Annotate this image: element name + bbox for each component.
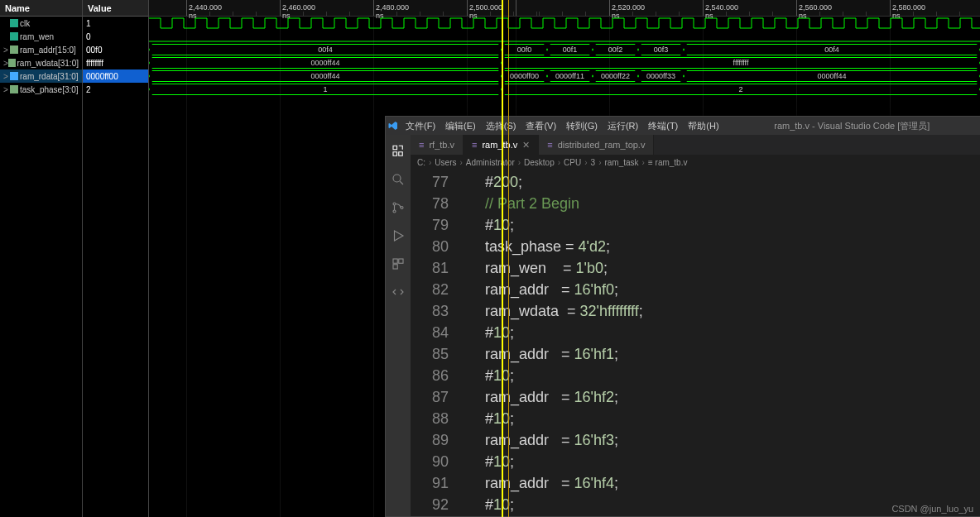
line-number: 86	[411, 365, 449, 386]
search-icon[interactable]	[390, 171, 406, 188]
chevron-right-icon: ›	[558, 158, 560, 167]
name-column-header: Name	[0, 0, 82, 17]
code-line[interactable]: #10;	[460, 214, 980, 236]
code-line[interactable]: // Part 2 Begin	[460, 193, 980, 214]
line-number: 88	[411, 408, 449, 429]
signal-type-icon	[10, 85, 18, 93]
chevron-right-icon: ›	[518, 158, 521, 167]
signal-type-icon	[10, 45, 18, 54]
code-line[interactable]: ram_wdata = 32'hffffffff;	[460, 300, 980, 322]
editor-tabs: ≡rf_tb.v≡ram_tb.v✕≡distributed_ram_top.v	[411, 135, 980, 155]
bus-segment: 0000ff44	[149, 57, 502, 69]
code-source[interactable]: #200; // Part 2 Begin #10; task_phase = …	[460, 170, 980, 516]
signal-row[interactable]: >ram_addr[15:0]	[0, 43, 82, 56]
line-number: 77	[411, 171, 449, 193]
menu-item[interactable]: 查看(V)	[521, 120, 561, 132]
breadcrumb[interactable]: C:›Users›Administrator›Desktop›CPU›3›ram…	[411, 155, 980, 170]
breadcrumb-item[interactable]: CPU	[564, 158, 581, 167]
code-line[interactable]: #200;	[460, 171, 980, 193]
code-line[interactable]: ram_wen = 1'b0;	[460, 257, 980, 279]
time-ruler[interactable]: 2,440.000 ns2,460.000 ns2,480.000 ns2,50…	[149, 0, 980, 17]
svg-point-0	[393, 175, 401, 182]
activity-bar	[386, 135, 411, 516]
line-number: 92	[411, 494, 449, 515]
line-number: 93	[411, 515, 449, 516]
line-number: 87	[411, 386, 449, 408]
code-line[interactable]: ram_addr = 16'hf2;	[460, 386, 980, 408]
wave-ram-addr: 00f400f000f100f200f300f4	[149, 43, 980, 56]
line-number: 84	[411, 322, 449, 343]
run-debug-icon[interactable]	[390, 227, 406, 244]
code-line[interactable]: #10;	[460, 451, 980, 472]
svg-rect-4	[393, 259, 397, 263]
line-number-gutter: 7778798081828384858687888990919293	[411, 170, 460, 516]
code-line[interactable]: ram_addr = 16'hf4;	[460, 472, 980, 494]
explorer-icon[interactable]	[390, 143, 406, 160]
bus-segment: ffffffff	[502, 57, 980, 69]
editor-tab[interactable]: ≡distributed_ram_top.v	[539, 135, 654, 155]
close-icon[interactable]: ✕	[522, 140, 530, 151]
menu-item[interactable]: 帮助(H)	[683, 120, 723, 132]
signal-row[interactable]: >ram_wdata[31:0]	[0, 56, 82, 69]
code-line[interactable]: ram_addr = 16'hf1;	[460, 343, 980, 365]
signal-row[interactable]: ram_wen	[0, 30, 82, 43]
watermark: CSDN @jun_luo_yu	[891, 504, 973, 514]
bus-segment: 00f4	[684, 44, 980, 55]
wave-ram-wdata: 0000ff44ffffffff	[149, 56, 980, 69]
line-number: 79	[411, 214, 449, 236]
breadcrumb-item[interactable]: Desktop	[524, 158, 555, 167]
signal-type-icon	[10, 72, 18, 80]
vscode-titlebar[interactable]: 文件(F)编辑(E)选择(S)查看(V)转到(G)运行(R)终端(T)帮助(H)…	[386, 117, 980, 135]
value-column-header: Value	[83, 0, 148, 17]
menu-item[interactable]: 编辑(E)	[440, 120, 481, 132]
editor-tab[interactable]: ≡rf_tb.v	[411, 135, 464, 155]
wave-ram-wen	[149, 30, 980, 43]
breadcrumb-item[interactable]: Administrator	[466, 158, 515, 167]
remote-icon[interactable]	[390, 284, 406, 300]
source-control-icon[interactable]	[390, 199, 406, 216]
chevron-right-icon: ›	[598, 158, 601, 167]
code-line[interactable]: #10;	[460, 408, 980, 429]
chevron-right-icon: ›	[584, 158, 587, 167]
signal-type-icon	[10, 19, 18, 27]
breadcrumb-item[interactable]: 3	[591, 158, 596, 167]
svg-rect-5	[399, 259, 403, 263]
chevron-right-icon: ›	[459, 158, 462, 167]
breadcrumb-item[interactable]: Users	[435, 158, 456, 167]
menu-item[interactable]: 终端(T)	[643, 120, 683, 132]
vscode-logo-icon	[386, 121, 401, 131]
code-editor[interactable]: 7778798081828384858687888990919293 #200;…	[411, 170, 980, 516]
code-line[interactable]: ram_addr = 16'hf0;	[460, 279, 980, 300]
signal-row[interactable]: clk	[0, 17, 82, 30]
line-number: 81	[411, 257, 449, 279]
svg-point-1	[393, 203, 396, 205]
signal-row[interactable]: >task_phase[3:0]	[0, 83, 82, 96]
menu-item[interactable]: 运行(R)	[603, 120, 643, 132]
bus-segment: 00f3	[638, 44, 684, 55]
extensions-icon[interactable]	[390, 256, 406, 272]
cursor-secondary[interactable]	[508, 0, 509, 517]
signal-type-icon	[8, 59, 15, 67]
bus-segment: 0000ff44	[149, 70, 502, 82]
bus-segment: 00f2	[593, 44, 638, 55]
signal-value-panel: Value 1000f0ffffffff0000ff002	[83, 0, 149, 517]
bus-segment: 2	[502, 84, 980, 95]
bus-segment: 0000ff22	[593, 70, 638, 82]
breadcrumb-item[interactable]: C:	[417, 158, 425, 167]
menu-item[interactable]: 转到(G)	[561, 120, 603, 132]
signal-value: 0	[83, 30, 148, 43]
menu-item[interactable]: 文件(F)	[401, 120, 440, 132]
bus-segment: 00f1	[547, 44, 593, 55]
code-line[interactable]: task_phase = 4'd2;	[460, 236, 980, 257]
code-line[interactable]: #10;	[460, 365, 980, 386]
code-line[interactable]: ram_addr = 16'hf3;	[460, 429, 980, 451]
signal-row[interactable]: >ram_rdata[31:0]	[0, 69, 82, 83]
breadcrumb-item[interactable]: ram_task	[604, 158, 638, 167]
code-line[interactable]	[460, 515, 980, 516]
breadcrumb-item[interactable]: ≡ ram_tb.v	[648, 158, 688, 167]
cursor-primary[interactable]	[502, 0, 503, 517]
line-number: 91	[411, 472, 449, 494]
bus-segment: 0000ff11	[547, 70, 593, 82]
code-line[interactable]: #10;	[460, 322, 980, 343]
bus-segment: 00f4	[149, 44, 502, 55]
